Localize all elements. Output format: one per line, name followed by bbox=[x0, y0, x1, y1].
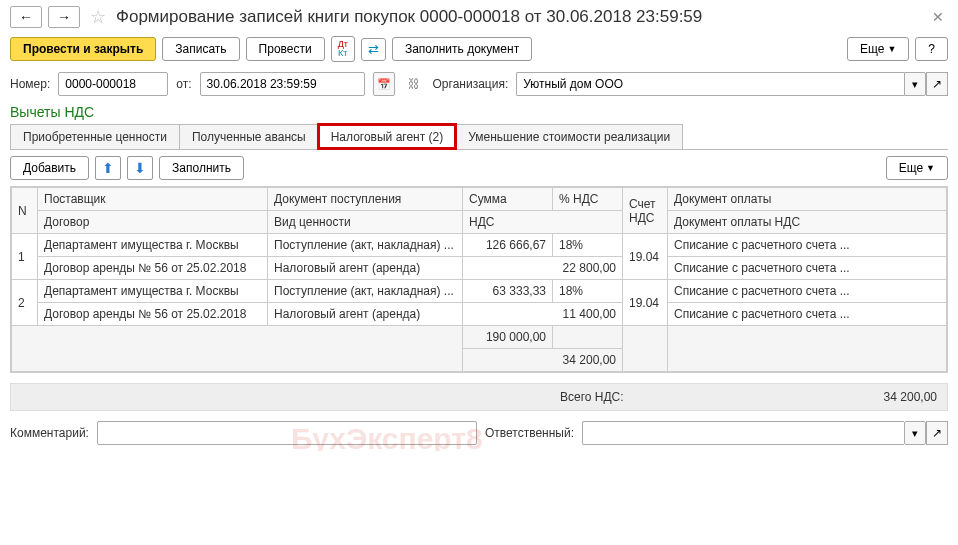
save-button[interactable]: Записать bbox=[162, 37, 239, 61]
col-pay-doc-vat[interactable]: Документ оплаты НДС bbox=[668, 211, 947, 234]
total-sum: 190 000,00 bbox=[463, 326, 553, 349]
cell-n: 1 bbox=[12, 234, 38, 280]
chevron-down-icon: ▼ bbox=[926, 163, 935, 173]
cell-vat: 22 800,00 bbox=[463, 257, 623, 280]
chevron-down-icon: ▾ bbox=[912, 427, 918, 439]
dt-kt-icon: ДтКт bbox=[338, 40, 348, 58]
table-row[interactable]: 2 Департамент имущества г. Москвы Поступ… bbox=[12, 280, 947, 303]
responsible-open-button[interactable]: ↗ bbox=[926, 421, 948, 445]
open-icon: ↗ bbox=[932, 426, 942, 440]
organization-dropdown-button[interactable]: ▾ bbox=[904, 72, 926, 96]
post-button[interactable]: Провести bbox=[246, 37, 325, 61]
cell-pay-doc: Списание с расчетного счета ... bbox=[668, 280, 947, 303]
date-input[interactable] bbox=[200, 72, 365, 96]
cell-vat-pct: 18% bbox=[553, 280, 623, 303]
section-title: Вычеты НДС bbox=[10, 104, 948, 120]
grid-more-button[interactable]: Еще ▼ bbox=[886, 156, 948, 180]
tab-acquired-values[interactable]: Приобретенные ценности bbox=[10, 124, 180, 149]
organization-open-button[interactable]: ↗ bbox=[926, 72, 948, 96]
cell-vat: 11 400,00 bbox=[463, 303, 623, 326]
table-row[interactable]: 1 Департамент имущества г. Москвы Поступ… bbox=[12, 234, 947, 257]
organization-label: Организация: bbox=[433, 77, 509, 91]
nav-back-button[interactable]: ← bbox=[10, 6, 42, 28]
comment-label: Комментарий: bbox=[10, 426, 89, 440]
from-label: от: bbox=[176, 77, 191, 91]
table-row[interactable]: Договор аренды № 56 от 25.02.2018 Налого… bbox=[12, 257, 947, 280]
number-label: Номер: bbox=[10, 77, 50, 91]
col-supplier[interactable]: Поставщик bbox=[38, 188, 268, 211]
vat-total-label: Всего НДС: bbox=[560, 390, 624, 404]
page-title: Формирование записей книги покупок 0000-… bbox=[116, 7, 922, 27]
calendar-button[interactable]: 📅 bbox=[373, 72, 395, 96]
cell-value-type: Налоговый агент (аренда) bbox=[268, 257, 463, 280]
structure-button[interactable]: ⇄ bbox=[361, 38, 386, 61]
cell-supplier: Департамент имущества г. Москвы bbox=[38, 280, 268, 303]
close-icon[interactable]: ✕ bbox=[928, 9, 948, 25]
totals-row: 190 000,00 bbox=[12, 326, 947, 349]
cell-contract: Договор аренды № 56 от 25.02.2018 bbox=[38, 257, 268, 280]
dt-kt-button[interactable]: ДтКт bbox=[331, 36, 355, 62]
cell-sum: 126 666,67 bbox=[463, 234, 553, 257]
fill-document-button[interactable]: Заполнить документ bbox=[392, 37, 532, 61]
cell-supplier: Департамент имущества г. Москвы bbox=[38, 234, 268, 257]
post-and-close-button[interactable]: Провести и закрыть bbox=[10, 37, 156, 61]
tab-decrease-realization[interactable]: Уменьшение стоимости реализации bbox=[455, 124, 683, 149]
more-label: Еще bbox=[860, 42, 884, 56]
tab-received-advances[interactable]: Полученные авансы bbox=[179, 124, 319, 149]
organization-input[interactable] bbox=[516, 72, 904, 96]
number-input[interactable] bbox=[58, 72, 168, 96]
cell-doc: Поступление (акт, накладная) ... bbox=[268, 234, 463, 257]
chevron-down-icon: ▼ bbox=[887, 44, 896, 54]
col-n[interactable]: N bbox=[12, 188, 38, 234]
link-icon[interactable]: ⛓ bbox=[403, 77, 425, 91]
grid-more-label: Еще bbox=[899, 161, 923, 175]
cell-acct: 19.04 bbox=[623, 280, 668, 326]
arrow-down-icon: ⬇ bbox=[134, 160, 146, 176]
col-contract[interactable]: Договор bbox=[38, 211, 268, 234]
help-button[interactable]: ? bbox=[915, 37, 948, 61]
tabs: Приобретенные ценности Полученные авансы… bbox=[10, 124, 948, 150]
move-down-button[interactable]: ⬇ bbox=[127, 156, 153, 180]
add-row-button[interactable]: Добавить bbox=[10, 156, 89, 180]
favorite-star-icon[interactable]: ☆ bbox=[90, 6, 106, 28]
col-value-type[interactable]: Вид ценности bbox=[268, 211, 463, 234]
responsible-label: Ответственный: bbox=[485, 426, 574, 440]
vat-total-bar: Всего НДС: 34 200,00 bbox=[10, 383, 948, 411]
structure-icon: ⇄ bbox=[368, 42, 379, 57]
calendar-icon: 📅 bbox=[377, 78, 391, 90]
vat-total-value: 34 200,00 bbox=[884, 390, 937, 404]
cell-value-type: Налоговый агент (аренда) bbox=[268, 303, 463, 326]
nav-forward-button[interactable]: → bbox=[48, 6, 80, 28]
col-sum[interactable]: Сумма bbox=[463, 188, 553, 211]
data-grid: N Поставщик Документ поступления Сумма %… bbox=[11, 187, 947, 372]
move-up-button[interactable]: ⬆ bbox=[95, 156, 121, 180]
responsible-input[interactable] bbox=[582, 421, 904, 445]
open-icon: ↗ bbox=[932, 77, 942, 91]
more-button[interactable]: Еще ▼ bbox=[847, 37, 909, 61]
chevron-down-icon: ▾ bbox=[912, 78, 918, 90]
fill-grid-button[interactable]: Заполнить bbox=[159, 156, 244, 180]
col-acct[interactable]: Счет НДС bbox=[623, 188, 668, 234]
comment-input[interactable] bbox=[97, 421, 477, 445]
table-row[interactable]: Договор аренды № 56 от 25.02.2018 Налого… bbox=[12, 303, 947, 326]
responsible-dropdown-button[interactable]: ▾ bbox=[904, 421, 926, 445]
cell-sum: 63 333,33 bbox=[463, 280, 553, 303]
col-pay-doc[interactable]: Документ оплаты bbox=[668, 188, 947, 211]
cell-n: 2 bbox=[12, 280, 38, 326]
cell-pay-doc-vat: Списание с расчетного счета ... bbox=[668, 303, 947, 326]
cell-pay-doc-vat: Списание с расчетного счета ... bbox=[668, 257, 947, 280]
cell-vat-pct: 18% bbox=[553, 234, 623, 257]
col-vat-pct[interactable]: % НДС bbox=[553, 188, 623, 211]
cell-acct: 19.04 bbox=[623, 234, 668, 280]
col-vat[interactable]: НДС bbox=[463, 211, 623, 234]
cell-doc: Поступление (акт, накладная) ... bbox=[268, 280, 463, 303]
arrow-up-icon: ⬆ bbox=[102, 160, 114, 176]
tab-tax-agent[interactable]: Налоговый агент (2) bbox=[318, 124, 457, 149]
col-doc[interactable]: Документ поступления bbox=[268, 188, 463, 211]
cell-contract: Договор аренды № 56 от 25.02.2018 bbox=[38, 303, 268, 326]
cell-pay-doc: Списание с расчетного счета ... bbox=[668, 234, 947, 257]
total-vat: 34 200,00 bbox=[463, 349, 623, 372]
